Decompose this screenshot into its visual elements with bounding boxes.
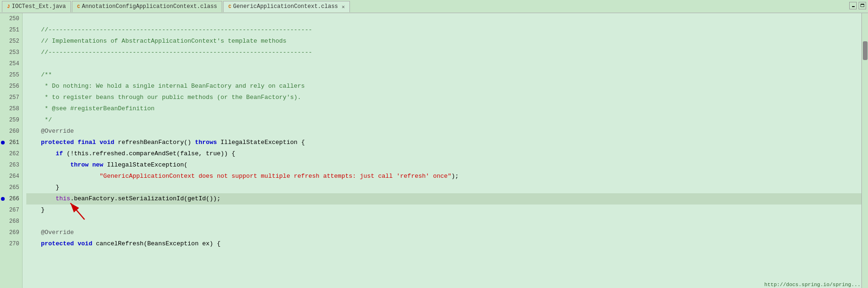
scrollbar-thumb-v[interactable] [863,41,868,60]
code-line-266: this.beanFactory.setSerializationId(getI… [26,193,868,205]
code-line-260: @Override [26,126,868,137]
class-file-icon-2: C [228,4,231,9]
code-line-259: */ [26,114,868,126]
code-line-252: // Implementations of AbstractApplicatio… [26,36,868,47]
line-num-252: 252 [0,36,19,47]
close-icon[interactable]: ✕ [342,4,345,10]
code-line-265: } [26,182,868,193]
code-line-264: "GenericApplicationContext does not supp… [26,171,868,182]
code-line-256: * Do nothing: We hold a single internal … [26,81,868,92]
editor-container: 250 251 252 253 254 255 256 257 258 259 … [0,13,868,288]
code-line-258: * @see #registerBeanDefinition [26,103,868,114]
code-line-262: if (!this.refreshed.compareAndSet(false,… [26,148,868,159]
code-line-269: @Override [26,227,868,238]
class-file-icon-1: C [77,4,80,9]
code-line-253: //--------------------------------------… [26,47,868,58]
java-file-icon: J [7,4,10,9]
code-line-251: //--------------------------------------… [26,24,868,36]
code-line-268 [26,216,868,227]
window-controls: 🗕 🗖 [849,2,866,9]
line-num-254: 254 [0,58,19,69]
line-num-258: 258 [0,103,19,114]
line-num-251: 251 [0,24,19,36]
line-num-261: 261 [0,137,19,148]
code-line-250 [26,13,868,24]
line-num-253: 253 [0,47,19,58]
line-num-264: 264 [0,171,19,182]
status-url: http://docs.spring.io/spring... [764,282,860,288]
code-line-270: protected void cancelRefresh(BeansExcept… [26,238,868,250]
line-num-263: 263 [0,159,19,171]
code-line-254 [26,58,868,69]
tab-bar: J IOCTest_Ext.java C AnnotationConfigApp… [0,0,868,13]
tab-label-generic: GenericApplicationContext.class [233,3,338,10]
line-numbers: 250 251 252 253 254 255 256 257 258 259 … [0,13,23,288]
line-num-262: 262 [0,148,19,159]
status-bar: http://docs.spring.io/spring... [764,281,860,288]
line-num-266: 266 [0,193,19,205]
code-line-261: protected final void refreshBeanFactory(… [26,137,868,148]
line-num-255: 255 [0,69,19,81]
vertical-scrollbar[interactable] [861,13,868,288]
line-num-270: 270 [0,238,19,250]
code-line-255: /** [26,69,868,81]
code-line-263: throw new IllegalStateException( [26,159,868,171]
code-line-257: * to register beans through our public m… [26,92,868,103]
tab-ioctest[interactable]: J IOCTest_Ext.java [2,1,71,12]
line-num-257: 257 [0,92,19,103]
tab-annotationconfig[interactable]: C AnnotationConfigApplicationContext.cla… [72,1,222,12]
code-area[interactable]: //--------------------------------------… [23,13,868,288]
minimize-button[interactable]: 🗕 [849,2,857,9]
code-line-267: } [26,205,868,216]
line-num-260: 260 [0,126,19,137]
line-num-250: 250 [0,13,19,24]
line-num-267: 267 [0,205,19,216]
line-num-269: 269 [0,227,19,238]
line-num-265: 265 [0,182,19,193]
tab-label-ioc: IOCTest_Ext.java [12,3,66,10]
tab-genericappcontext[interactable]: C GenericApplicationContext.class ✕ [223,1,350,12]
line-num-259: 259 [0,114,19,126]
line-num-268: 268 [0,216,19,227]
line-num-256: 256 [0,81,19,92]
maximize-button[interactable]: 🗖 [859,2,866,9]
tab-label-annotation: AnnotationConfigApplicationContext.class [82,3,217,10]
